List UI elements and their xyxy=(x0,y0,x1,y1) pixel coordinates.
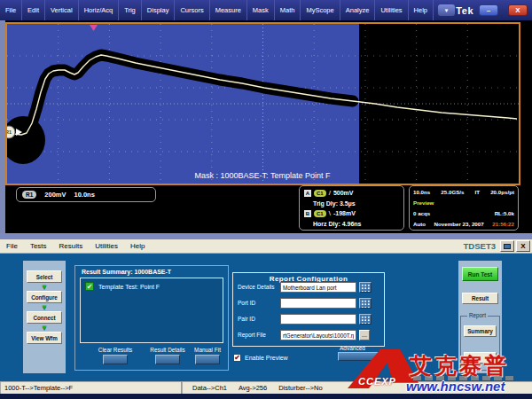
scope-menubar: File Edit Vertical Horiz/Acq Trig Displa… xyxy=(0,0,532,20)
flow-arrow-icon: ▼ xyxy=(41,324,48,332)
app-menu-utilities[interactable]: Utilities xyxy=(89,242,124,250)
waveform-plot: R1 Mask : 1000BASE-T: Template Point F xyxy=(7,24,519,184)
vertical-readout[interactable]: R1 200mV 10.0ns xyxy=(16,187,156,202)
horizontal-scale-readout: 10.0ns xyxy=(74,191,95,199)
clear-results-button[interactable] xyxy=(103,355,128,364)
sampling-mode: IT xyxy=(475,189,481,195)
keyboard-icon[interactable] xyxy=(359,282,372,293)
manual-fit-button[interactable] xyxy=(195,355,220,364)
scope-menu-file[interactable]: File xyxy=(0,0,22,20)
summary-button[interactable]: Summary xyxy=(464,325,497,337)
clear-results-label: Clear Results xyxy=(89,347,142,353)
app-menu-results[interactable]: Results xyxy=(53,242,90,250)
close-icon: X xyxy=(515,6,520,14)
keyboard-icon[interactable] xyxy=(359,314,372,325)
device-details-input[interactable] xyxy=(280,282,356,293)
template-test-item[interactable]: Template Test: Point F xyxy=(98,284,160,290)
trigger-a-level: 500mV xyxy=(333,190,354,196)
minimize-button[interactable]: – xyxy=(479,4,498,16)
trigger-readout[interactable]: A C1 / 500mV Trig Dly: 3.5µs B C1 \ -198… xyxy=(299,185,404,231)
clock: 21:56:22 xyxy=(492,221,514,227)
close-button[interactable]: X xyxy=(508,4,528,16)
close-icon: X xyxy=(520,242,525,250)
report-group-label: Report xyxy=(467,312,488,318)
advanced-button[interactable] xyxy=(338,352,380,361)
status-disturber: Disturber-->No xyxy=(278,384,322,392)
scope-menu-measure[interactable]: Measure xyxy=(210,0,247,20)
status-data-source: Data-->Ch1 xyxy=(192,384,227,392)
advanced-label: Advanced xyxy=(340,345,365,351)
scope-menu-edit[interactable]: Edit xyxy=(22,0,45,20)
chevron-down-icon: ▼ xyxy=(444,8,450,13)
mask-violation-region xyxy=(7,24,359,184)
ref-marker-label: R1 xyxy=(7,129,12,135)
horizontal-scale: 10.0ns xyxy=(413,189,430,195)
app-status-bar: 1000-T-->Template-->F Data-->Ch1 Avg->25… xyxy=(0,381,532,394)
select-button[interactable]: Select xyxy=(27,270,62,283)
report-configuration-group: Report Configuration Device Details Port… xyxy=(232,272,385,347)
status-config: Data-->Ch1 Avg->256 Disturber-->No xyxy=(182,381,532,394)
app-menu-tests[interactable]: Tests xyxy=(24,242,53,250)
manual-fit-control: Manual Fit xyxy=(188,347,227,364)
trigger-b-icon: B xyxy=(304,210,311,217)
trigger-a-source-badge: C1 xyxy=(314,190,326,197)
scope-menu-horiz-acq[interactable]: Horiz/Acq xyxy=(79,0,120,20)
tek-logo: Tek xyxy=(456,5,473,16)
manual-fit-label: Manual Fit xyxy=(188,347,227,353)
app-menubar: File Tests Results Utilities Help TDSET3… xyxy=(0,239,532,254)
scope-menu-trig[interactable]: Trig xyxy=(119,0,142,20)
report-file-input[interactable] xyxy=(280,330,356,340)
window-bottom-edge xyxy=(0,394,532,399)
menu-overflow-button[interactable]: ▼ xyxy=(438,4,455,16)
scope-menu-vertical[interactable]: Vertical xyxy=(45,0,79,20)
enable-preview-label: Enable Preview xyxy=(245,355,288,361)
acquisition-count: 0 acqs xyxy=(413,210,430,216)
port-id-label: Port ID xyxy=(238,300,255,306)
scope-menu-utilities[interactable]: Utilities xyxy=(375,0,408,20)
scope-menu-display[interactable]: Display xyxy=(142,0,176,20)
report-detail-button[interactable] xyxy=(464,352,497,364)
scope-menu-analyze[interactable]: Analyze xyxy=(340,0,376,20)
app-menu-help[interactable]: Help xyxy=(124,242,151,250)
result-details-button[interactable] xyxy=(155,355,180,364)
configure-button[interactable]: Configure xyxy=(27,291,62,303)
trigger-a-icon: A xyxy=(304,190,311,197)
horizontal-delay: Horz Dly: 4.96ns xyxy=(313,221,361,227)
trigger-mode: Auto xyxy=(413,221,426,227)
run-test-button[interactable]: Run Test xyxy=(462,267,498,281)
result-details-label: Result Details xyxy=(145,347,191,353)
enable-preview-checkbox[interactable]: ✔ xyxy=(233,354,241,362)
preview-status: Preview xyxy=(413,200,434,206)
device-details-label: Device Details xyxy=(238,284,275,290)
result-button[interactable]: Result xyxy=(462,293,498,304)
connect-button[interactable]: Connect xyxy=(27,311,62,324)
result-details-control: Result Details xyxy=(145,347,191,364)
screen: File Edit Vertical Horiz/Acq Trig Displa… xyxy=(0,0,532,399)
view-wfm-button[interactable]: View Wfm xyxy=(27,332,62,344)
scope-menu-math[interactable]: Math xyxy=(275,0,301,20)
acquisition-readout[interactable]: 10.0ns 25.0GS/s IT 20.0ps/pt Preview 0 a… xyxy=(409,185,519,231)
port-id-input[interactable] xyxy=(280,298,356,309)
browse-button[interactable]: ... xyxy=(359,330,370,340)
app-hide-button[interactable] xyxy=(500,240,514,252)
scope-menu-help[interactable]: Help xyxy=(409,0,434,20)
flow-arrow-icon: ▼ xyxy=(41,283,48,291)
result-summary-title: Result Summary: 1000BASE-T xyxy=(82,269,171,275)
scope-menu-myscope[interactable]: MyScope xyxy=(301,0,340,20)
app-close-button[interactable]: X xyxy=(516,240,530,252)
trigger-b-source-badge: C1 xyxy=(314,210,326,217)
scope-menu-mask[interactable]: Mask xyxy=(247,0,275,20)
pass-checkbox[interactable]: ✔ xyxy=(85,282,94,291)
record-length: RL:5.0k xyxy=(495,210,514,216)
keyboard-icon[interactable] xyxy=(359,298,372,309)
workflow-panel: Select ▼ Configure ▼ Connect ▼ View Wfm xyxy=(23,261,66,373)
result-summary-list: ✔ Template Test: Point F xyxy=(80,278,223,343)
scope-screen-icon xyxy=(504,244,511,249)
app-menu-file[interactable]: File xyxy=(0,242,24,250)
pair-id-input[interactable] xyxy=(280,314,356,325)
sample-rate: 25.0GS/s xyxy=(441,189,464,195)
flow-arrow-icon: ▼ xyxy=(41,303,48,311)
mask-test-label: Mask : 1000BASE-T: Template Point F xyxy=(195,171,331,180)
scope-menu-cursors[interactable]: Cursors xyxy=(175,0,209,20)
status-averages: Avg->256 xyxy=(239,384,267,392)
